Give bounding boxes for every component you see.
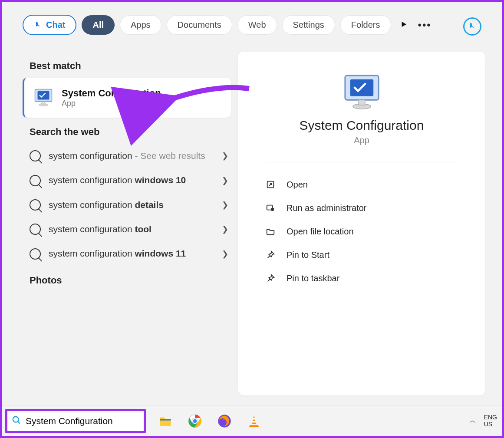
svg-rect-7	[359, 100, 365, 105]
search-the-web-heading: Search the web	[30, 126, 231, 138]
chevron-right-icon: ❯	[222, 224, 228, 234]
chat-pill[interactable]: Chat	[23, 15, 76, 35]
search-icon	[30, 248, 41, 260]
taskbar: ︿ ENG US	[2, 405, 502, 436]
best-match-heading: Best match	[30, 60, 231, 72]
chevron-right-icon: ❯	[222, 151, 228, 161]
action-label: Open file location	[287, 227, 354, 237]
filter-web[interactable]: Web	[237, 15, 277, 35]
action-label: Pin to Start	[287, 250, 329, 260]
search-filter-header: Chat All Apps Documents Web Settings Fol…	[2, 2, 502, 40]
firefox-icon[interactable]	[216, 413, 233, 429]
web-result[interactable]: system configuration tool ❯	[23, 217, 231, 241]
pin-icon	[265, 249, 276, 260]
details-panel: System Configuration App Open Run as adm…	[238, 52, 485, 395]
action-label: Pin to taskbar	[287, 273, 339, 283]
web-result[interactable]: system configuration - See web results ❯	[23, 144, 231, 168]
web-result-text: system configuration - See web results	[49, 150, 214, 162]
filter-all[interactable]: All	[82, 15, 115, 35]
web-result[interactable]: system configuration details ❯	[23, 193, 231, 217]
web-result-text: system configuration tool	[49, 223, 214, 235]
msconfig-icon	[33, 87, 54, 108]
search-icon	[30, 199, 41, 211]
vlc-icon[interactable]	[246, 413, 262, 429]
results-column: Best match System Configuration App Sear…	[23, 52, 231, 292]
svg-rect-17	[253, 418, 256, 419]
web-results-list: system configuration - See web results ❯…	[23, 144, 231, 266]
taskbar-apps	[157, 413, 262, 429]
web-result-text: system configuration details	[49, 199, 214, 211]
file-explorer-icon[interactable]	[157, 413, 174, 429]
svg-rect-3	[42, 102, 45, 104]
action-open-location[interactable]: Open file location	[265, 220, 458, 243]
chevron-right-icon: ❯	[222, 249, 228, 259]
filter-overflow-play-icon[interactable]	[400, 20, 408, 30]
filter-apps[interactable]: Apps	[120, 15, 161, 35]
bing-logo-icon[interactable]	[463, 17, 481, 36]
action-run-admin[interactable]: Run as administrator	[265, 196, 458, 220]
photos-heading: Photos	[30, 275, 231, 286]
pin-icon	[265, 273, 276, 284]
taskbar-search-box[interactable]	[5, 409, 146, 433]
taskbar-search-input[interactable]	[26, 416, 134, 426]
action-open[interactable]: Open	[265, 173, 458, 196]
search-icon	[30, 150, 41, 161]
details-title: System Configuration	[265, 118, 458, 133]
divider	[265, 162, 458, 162]
search-icon	[30, 224, 41, 235]
filter-settings[interactable]: Settings	[282, 15, 335, 35]
svg-line-11	[18, 421, 20, 423]
svg-rect-18	[252, 421, 256, 422]
best-match-title: System Configuration	[62, 88, 161, 99]
tray-overflow-chevron-icon[interactable]: ︿	[469, 416, 476, 425]
more-options-icon[interactable]: •••	[418, 19, 432, 31]
language-indicator[interactable]: ENG US	[484, 414, 497, 428]
chrome-icon[interactable]	[187, 413, 203, 429]
svg-rect-12	[160, 419, 171, 420]
chevron-right-icon: ❯	[222, 176, 228, 185]
msconfig-large-icon	[341, 72, 382, 113]
svg-point-15	[193, 418, 198, 423]
folder-icon	[265, 226, 276, 237]
system-tray: ︿ ENG US	[469, 414, 497, 428]
action-label: Open	[287, 180, 308, 190]
svg-point-10	[13, 416, 19, 422]
web-result[interactable]: system configuration windows 11 ❯	[23, 241, 231, 266]
filter-folders[interactable]: Folders	[340, 15, 391, 35]
web-result-text: system configuration windows 11	[49, 247, 214, 260]
chevron-right-icon: ❯	[222, 200, 228, 210]
action-pin-start[interactable]: Pin to Start	[265, 243, 458, 267]
web-result-text: system configuration windows 10	[49, 174, 214, 186]
chat-label: Chat	[46, 20, 65, 30]
details-subtitle: App	[265, 135, 458, 145]
bing-chat-icon	[34, 21, 43, 30]
open-icon	[265, 179, 276, 190]
best-match-result[interactable]: System Configuration App	[23, 78, 231, 118]
search-icon	[30, 175, 41, 186]
web-result[interactable]: system configuration windows 10 ❯	[23, 168, 231, 192]
best-match-subtitle: App	[62, 99, 161, 108]
action-label: Run as administrator	[287, 203, 367, 213]
admin-shield-icon	[265, 202, 276, 214]
filter-documents[interactable]: Documents	[167, 15, 232, 35]
search-icon	[12, 415, 21, 427]
action-pin-taskbar[interactable]: Pin to taskbar	[265, 267, 458, 290]
